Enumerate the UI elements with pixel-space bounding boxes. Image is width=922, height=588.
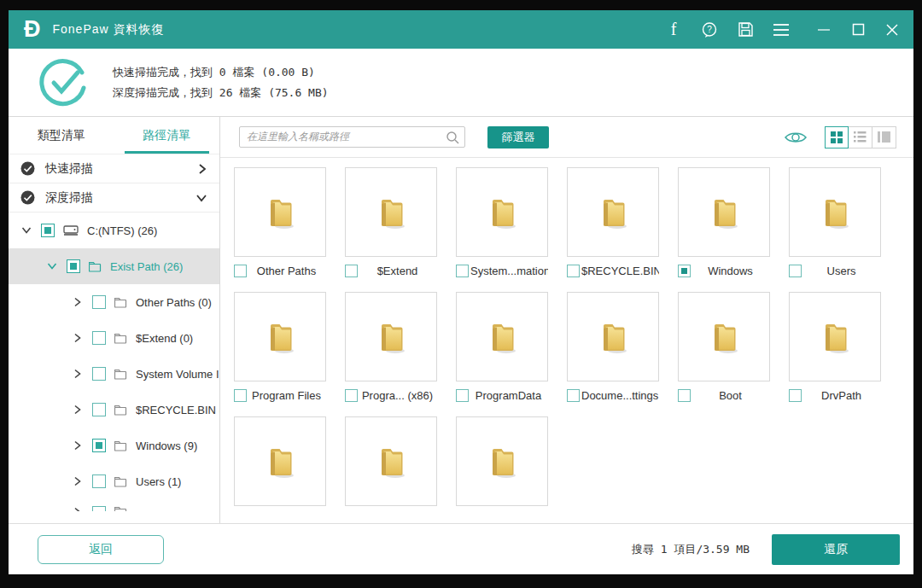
folder-label: DrvPath [802,389,881,402]
folder-card[interactable] [678,167,770,257]
tree-row-clipped[interactable] [9,499,219,511]
folder-item-clipped [234,416,326,506]
tree-checkbox[interactable] [92,439,106,452]
folder-icon [89,261,102,272]
folder-checkbox[interactable] [678,389,691,402]
footer-bar: 返回 搜尋 1 項目/3.59 MB 還原 [9,523,913,574]
tree-checkbox[interactable] [92,474,106,488]
tree-row-system-volume[interactable]: System Volume I [9,356,219,392]
fonepaw-logo-icon: Ð [24,18,41,41]
tree-row-other-paths[interactable]: Other Paths (0) [9,284,219,320]
search-icon[interactable] [446,131,459,144]
maximize-icon[interactable] [849,20,867,39]
back-button[interactable]: 返回 [38,535,164,564]
folder-item-windows: Windows [678,167,770,277]
chevron-right-icon[interactable] [72,296,84,308]
tree-checkbox[interactable] [67,259,80,273]
chevron-down-icon[interactable] [20,224,32,236]
folder-card[interactable] [789,292,881,381]
chevron-right-icon[interactable] [72,404,84,416]
folder-checkbox[interactable] [789,389,802,402]
tree-row-c-ntfs[interactable]: C:(NTFS) (26) [9,212,219,248]
folder-icon [114,476,127,487]
folder-checkbox[interactable] [567,389,580,402]
folder-checkbox[interactable] [678,265,691,277]
facebook-icon[interactable]: f [664,20,683,39]
folder-checkbox[interactable] [345,389,358,402]
app-window: Ð FonePaw 資料恢復 f ? [9,10,913,574]
folder-card[interactable] [678,292,770,381]
folder-checkbox[interactable] [789,265,802,277]
folder-checkbox[interactable] [345,265,358,277]
deep-scan-row[interactable]: 深度掃描 [9,183,219,212]
folder-card[interactable] [345,292,437,381]
folder-checkbox[interactable] [234,265,247,277]
help-icon[interactable]: ? [700,20,719,39]
folder-card[interactable] [345,167,437,257]
chevron-right-icon[interactable] [72,440,84,451]
save-icon[interactable] [736,20,755,39]
tree-row-extend[interactable]: $Extend (0) [9,320,219,356]
quick-scan-done-icon [20,161,35,176]
folder-label: Users [802,265,881,277]
chevron-right-icon[interactable] [197,163,207,175]
folder-label: Other Paths [247,265,326,277]
chevron-right-icon [72,506,84,511]
tree-row-windows[interactable]: Windows (9) [9,428,219,463]
chevron-right-icon[interactable] [72,332,84,344]
folder-checkbox[interactable] [234,389,247,402]
tree-label: Exist Path (26) [110,260,183,273]
tree-label: C:(NTFS) (26) [87,224,157,237]
folder-card[interactable] [234,416,326,506]
folder-label: Progra... (x86) [358,389,437,402]
tab-path-list[interactable]: 路徑清單 [114,117,220,154]
folder-card[interactable] [567,292,659,381]
folder-checkbox[interactable] [456,389,469,402]
folder-card[interactable] [234,292,326,381]
preview-eye-icon[interactable] [784,129,808,146]
folder-item-drvpath: DrvPath [789,292,881,402]
folder-card[interactable] [345,416,437,506]
view-mode-toggle [825,126,896,148]
tree-row-recycle-bin[interactable]: $RECYCLE.BIN (8 [9,392,219,428]
folder-card[interactable] [789,167,881,257]
tree-row-users[interactable]: Users (1) [9,463,219,499]
restore-button[interactable]: 還原 [772,534,900,565]
grid-view-button[interactable] [825,126,849,148]
folder-card[interactable] [234,167,326,257]
folder-item-boot: Boot [678,292,770,402]
folder-label: Boot [691,389,770,402]
folder-icon [114,405,127,416]
tree-label: Windows (9) [136,440,197,452]
deep-scan-done-icon [20,190,35,205]
filter-button[interactable]: 篩選器 [487,126,549,148]
folder-checkbox[interactable] [456,265,469,277]
tree-checkbox[interactable] [92,331,106,345]
search-box [239,126,465,148]
folder-card[interactable] [456,416,548,506]
chevron-right-icon[interactable] [72,475,84,487]
tree-checkbox[interactable] [92,403,106,416]
search-input[interactable] [247,131,446,143]
tree-label: $Extend (0) [136,332,193,345]
menu-icon[interactable] [772,20,791,39]
quick-scan-row[interactable]: 快速掃描 [9,154,219,183]
detail-view-button[interactable] [872,126,896,148]
tab-type-list[interactable]: 類型清單 [9,117,114,154]
chevron-right-icon[interactable] [72,368,84,380]
folder-card[interactable] [456,292,548,381]
chevron-down-icon[interactable] [195,193,207,203]
folder-card[interactable] [456,167,548,257]
tree-checkbox[interactable] [92,367,106,381]
tree-checkbox[interactable] [41,224,55,237]
minimize-icon[interactable] [814,20,833,39]
toolbar: 篩選器 [220,117,913,158]
close-icon[interactable] [883,20,902,39]
list-view-button[interactable] [849,126,872,148]
folder-checkbox[interactable] [567,265,580,277]
chevron-down-icon[interactable] [46,260,58,272]
tree-checkbox[interactable] [92,295,106,309]
tree-label: Other Paths (0) [136,296,212,309]
folder-card[interactable] [567,167,659,257]
tree-row-exist-path[interactable]: Exist Path (26) [9,248,219,284]
